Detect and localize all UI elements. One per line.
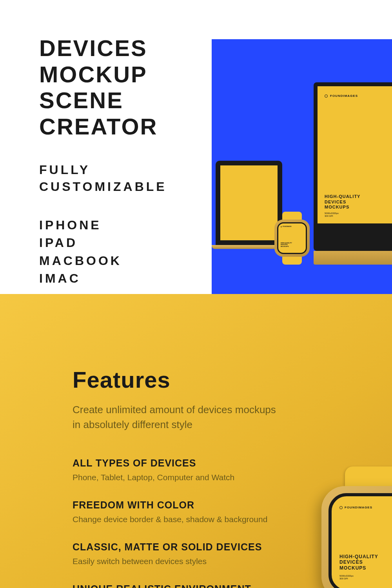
subtitle-line: FULLY xyxy=(39,162,212,178)
watch-band xyxy=(282,257,302,265)
watch-body: FOUNDIMAGES HIGH-QUALITY DEVICES MOCKUPS… xyxy=(321,486,392,588)
hero-section: DEVICES MOCKUP SCENE CREATOR FULLY CUSTO… xyxy=(0,0,392,294)
screen-title-line: HIGH-QUALITY xyxy=(339,554,378,559)
watch-body: FOUNDIMAGES HIGH-QUALITY DEVICES MOCKUPS xyxy=(274,220,310,257)
features-section: Features Create unlimited amount of devi… xyxy=(0,294,392,588)
brand-logo: FOUNDIMAGES xyxy=(339,506,392,509)
macbook-body xyxy=(216,161,282,245)
hero-mockup-image: FOUNDIMAGES HIGH-QUALITY DEVICES MOCKUPS… xyxy=(212,39,392,294)
brand-logo: FOUNDIMAGES xyxy=(325,94,392,98)
subtitle-line: CUSTOMIZABLE xyxy=(39,178,212,195)
hero-text: DEVICES MOCKUP SCENE CREATOR FULLY CUSTO… xyxy=(39,35,212,294)
macbook-screen xyxy=(220,165,278,240)
title-line: CREATOR xyxy=(39,114,212,140)
title-line: MOCKUP xyxy=(39,62,212,88)
title-line: SCENE xyxy=(39,87,212,114)
watch-band xyxy=(345,466,392,486)
watch-mockup-small: FOUNDIMAGES HIGH-QUALITY DEVICES MOCKUPS xyxy=(274,212,310,263)
features-subtitle: Create unlimited amount of devices mocku… xyxy=(73,403,392,432)
subtitle-line: Create unlimited amount of devices mocku… xyxy=(73,403,392,417)
screen-meta-line: 5000x3333px xyxy=(339,575,354,577)
screen-meta: 5000x3333px 300 DPI xyxy=(339,575,354,580)
watch-mockup-large: FOUNDIMAGES HIGH-QUALITY DEVICES MOCKUPS… xyxy=(321,466,392,588)
logo-circle-icon xyxy=(281,226,282,227)
brand-text: FOUNDIMAGES xyxy=(345,506,372,509)
imac-screen: FOUNDIMAGES HIGH-QUALITY DEVICES MOCKUPS… xyxy=(318,86,392,223)
imac-base xyxy=(314,251,392,265)
screen-meta-line: 300 DPI xyxy=(339,577,354,580)
screen-title-line: DEVICES xyxy=(339,559,378,565)
device-item: MACBOOK xyxy=(39,252,212,269)
watch-band xyxy=(282,212,302,220)
screen-title: HIGH-QUALITY DEVICES MOCKUPS xyxy=(339,554,378,571)
screen-title-line: HIGH-QUALITY xyxy=(325,194,360,199)
device-item: IMAC xyxy=(39,270,212,287)
brand-text: FOUNDIMAGES xyxy=(330,94,358,98)
screen-title: HIGH-QUALITY DEVICES MOCKUPS xyxy=(325,194,360,210)
screen-meta-line: 300 DPI xyxy=(325,215,339,218)
screen-title: HIGH-QUALITY DEVICES MOCKUPS xyxy=(281,242,292,247)
features-title: Features xyxy=(73,367,392,393)
screen-meta: 5000x3333px 300 DPI xyxy=(325,212,339,218)
logo-circle-icon xyxy=(325,94,328,98)
brand-text: FOUNDIMAGES xyxy=(283,226,292,227)
imac-mockup: FOUNDIMAGES HIGH-QUALITY DEVICES MOCKUPS… xyxy=(314,82,392,251)
watch-screen: FOUNDIMAGES HIGH-QUALITY DEVICES MOCKUPS xyxy=(277,222,307,254)
screen-title-line: MOCKUPS xyxy=(281,246,292,247)
device-list: IPHONE IPAD MACBOOK IMAC xyxy=(39,217,212,287)
logo-circle-icon xyxy=(339,506,343,509)
screen-title-line: DEVICES xyxy=(325,200,360,205)
screen-title-line: MOCKUPS xyxy=(339,565,378,571)
subtitle: FULLY CUSTOMIZABLE xyxy=(39,162,212,195)
brand-logo: FOUNDIMAGES xyxy=(281,226,303,227)
screen-meta-line: 5000x3333px xyxy=(325,212,339,215)
device-item: IPAD xyxy=(39,234,212,251)
subtitle-line: in absolutely different style xyxy=(73,417,392,432)
title-line: DEVICES xyxy=(39,35,212,62)
main-title: DEVICES MOCKUP SCENE CREATOR xyxy=(39,35,212,140)
watch-screen: FOUNDIMAGES HIGH-QUALITY DEVICES MOCKUPS… xyxy=(328,493,392,588)
device-item: IPHONE xyxy=(39,217,212,234)
screen-title-line: MOCKUPS xyxy=(325,205,360,210)
